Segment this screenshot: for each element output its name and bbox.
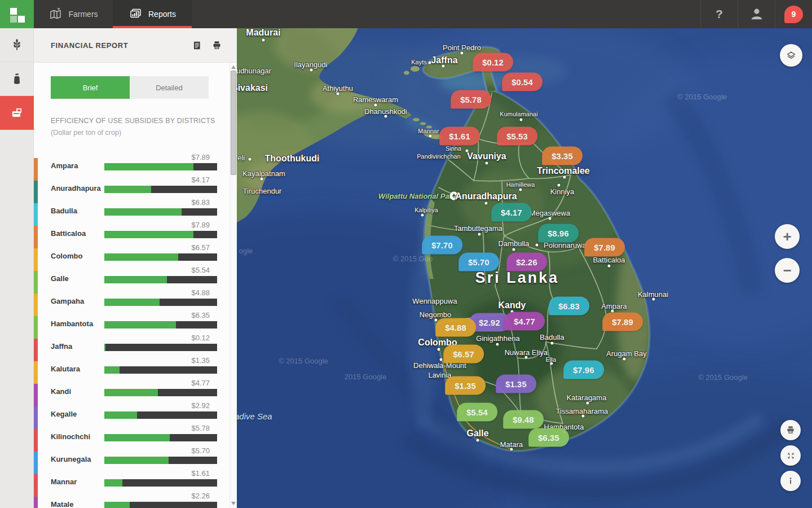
map-value-badge[interactable]: $1.35 <box>496 375 536 393</box>
map-value-badge[interactable]: $1.61 <box>439 127 480 146</box>
farmers-book-icon <box>48 7 63 21</box>
info-icon <box>786 476 795 485</box>
map-value-badge[interactable]: $7.96 <box>563 361 604 379</box>
reports-chart-icon <box>129 7 143 21</box>
district-bar-fill <box>104 163 193 170</box>
detailed-toggle-button[interactable]: Detailed <box>130 76 209 99</box>
map-area[interactable]: Wilpattu National Park adive Sea Madurai… <box>237 28 812 508</box>
notification-badge: 9 <box>784 6 803 23</box>
map-value-badge[interactable]: $7.89 <box>602 313 643 331</box>
map-value-badge[interactable]: $6.83 <box>549 297 589 316</box>
district-name: Jaffna <box>51 342 72 351</box>
report-mode-toggle: Brief Detailed <box>51 76 209 99</box>
district-value: $1.61 <box>191 469 210 478</box>
scrollbar-thumb[interactable] <box>231 71 236 175</box>
district-bar <box>104 411 217 419</box>
panel-scrollbar[interactable] <box>230 63 237 508</box>
map-value-badge[interactable]: $3.35 <box>542 147 582 165</box>
map-value-badge[interactable]: $5.53 <box>497 127 537 146</box>
map-value-badge[interactable]: $0.12 <box>473 53 513 72</box>
sidebar-item-reports[interactable] <box>0 96 34 130</box>
map-value-badge[interactable]: $8.96 <box>538 224 579 243</box>
district-value: $6.35 <box>191 311 210 319</box>
layers-icon <box>785 49 797 62</box>
district-bar <box>104 186 217 193</box>
map-badge-layer: $0.12$0.54$5.78$1.61$5.53$3.35$4.17$8.96… <box>237 28 812 508</box>
district-color-stripe <box>34 497 38 508</box>
district-name: Ampara <box>51 161 78 170</box>
district-value: $4.77 <box>191 379 210 387</box>
district-bar-fill <box>104 389 158 396</box>
map-value-badge[interactable]: $5.78 <box>451 90 491 109</box>
map-value-badge[interactable]: $4.88 <box>435 318 476 337</box>
district-row: $1.35Kalutara <box>34 356 230 378</box>
document-list-icon[interactable] <box>192 40 202 51</box>
zoom-out-button[interactable]: − <box>775 258 800 283</box>
tab-reports[interactable]: Reports <box>113 0 192 28</box>
district-bar <box>104 299 217 306</box>
district-row: $0.12Jaffna <box>34 333 230 356</box>
map-value-badge[interactable]: $7.89 <box>584 238 625 257</box>
scroll-down-arrow[interactable] <box>231 502 236 505</box>
district-bar <box>104 321 217 329</box>
zoom-in-button[interactable]: + <box>775 224 800 249</box>
district-bar <box>104 276 217 283</box>
map-value-badge[interactable]: $9.48 <box>503 410 544 429</box>
district-name: Mannar <box>51 478 77 486</box>
map-value-badge[interactable]: $5.70 <box>458 253 499 271</box>
district-row: $4.17Anuradhapura <box>34 175 230 198</box>
map-value-badge[interactable]: $1.35 <box>445 376 486 395</box>
district-value: $1.35 <box>191 356 210 365</box>
map-print-button[interactable] <box>780 420 801 440</box>
icon-sidebar <box>0 28 34 508</box>
district-bar-fill <box>104 231 193 238</box>
layers-button[interactable] <box>780 44 802 67</box>
user-icon <box>749 7 764 21</box>
sidebar-item-crops[interactable] <box>0 28 34 62</box>
district-row: $2.26Matale <box>34 491 230 508</box>
printer-icon <box>785 425 796 435</box>
sidebar-item-supplies[interactable] <box>0 62 34 96</box>
fullscreen-button[interactable] <box>780 445 801 466</box>
map-value-badge[interactable]: $0.54 <box>502 73 542 91</box>
briefcase-report-icon <box>10 106 24 120</box>
scroll-up-arrow[interactable] <box>231 65 236 69</box>
district-bar-fill <box>104 457 169 464</box>
district-value: $4.88 <box>191 288 210 297</box>
notifications-button[interactable]: 9 <box>775 0 812 28</box>
district-bar-fill <box>104 434 170 441</box>
district-bar <box>104 366 217 374</box>
district-value: $4.17 <box>191 176 210 184</box>
map-value-badge[interactable]: $5.54 <box>457 403 497 422</box>
user-button[interactable] <box>738 0 775 28</box>
map-value-badge[interactable]: $6.57 <box>443 345 484 364</box>
district-bar-fill <box>104 253 178 261</box>
tab-farmers[interactable]: Farmers <box>34 0 113 28</box>
print-icon[interactable] <box>211 40 222 51</box>
district-name: Kilinochchi <box>51 432 90 441</box>
help-button[interactable]: ? <box>700 0 738 28</box>
district-row: $1.61Mannar <box>34 468 230 491</box>
district-bar-fill <box>104 299 160 306</box>
map-value-badge[interactable]: $7.70 <box>422 236 462 255</box>
district-bar <box>104 163 217 170</box>
district-name: Kalutara <box>51 365 80 373</box>
district-bar <box>104 253 217 261</box>
app-logo[interactable] <box>0 0 34 28</box>
district-name: Badulla <box>51 207 77 215</box>
section-subtitle: (Dollar per ton of crop) <box>51 129 121 137</box>
district-list: $7.89Ampara$4.17Anuradhapura$6.83Badulla… <box>34 152 230 508</box>
district-row: $4.88Gampaha <box>34 288 230 310</box>
panel-header: FINANCIAL REPORT <box>34 28 237 63</box>
map-value-badge[interactable]: $6.35 <box>528 428 569 447</box>
zoom-out-icon: − <box>783 262 791 279</box>
info-button[interactable] <box>780 471 801 491</box>
report-panel: FINANCIAL REPORT <box>34 28 237 508</box>
brief-toggle-button[interactable]: Brief <box>51 76 130 99</box>
district-name: Anuradhapura <box>51 184 101 192</box>
district-row: $6.57Colombo <box>34 243 230 265</box>
map-value-badge[interactable]: $4.77 <box>504 312 545 331</box>
map-value-badge[interactable]: $2.26 <box>506 253 547 271</box>
map-value-badge[interactable]: $4.17 <box>491 203 532 222</box>
district-bar-fill <box>104 411 137 419</box>
